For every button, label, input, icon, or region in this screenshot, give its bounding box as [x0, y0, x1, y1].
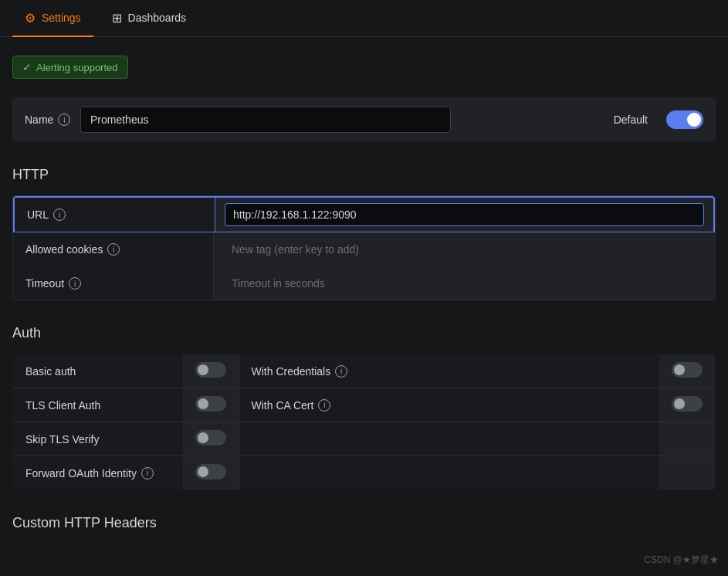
- http-section: HTTP URL i Allowed cookies i: [12, 167, 716, 300]
- with-ca-cert-label-cell: With CA Cert i: [239, 388, 659, 422]
- name-input[interactable]: [80, 107, 451, 133]
- auth-row-forward-oauth: Forward OAuth Identity i: [13, 456, 716, 490]
- skip-tls-label: Skip TLS Verify: [25, 433, 99, 446]
- http-section-header: HTTP: [12, 167, 716, 183]
- name-label-text: Name: [25, 114, 53, 126]
- basic-auth-label: Basic auth: [25, 365, 76, 378]
- forward-oauth-toggle[interactable]: [195, 464, 226, 479]
- cookies-input[interactable]: [223, 238, 706, 261]
- with-credentials-toggle-cell: [659, 354, 716, 388]
- forward-oauth-toggle-cell: [183, 456, 239, 490]
- cookies-input-cell: [214, 233, 715, 266]
- skip-tls-toggle[interactable]: [195, 430, 226, 446]
- settings-icon: ⚙: [25, 11, 36, 25]
- cookies-info-icon[interactable]: i: [107, 243, 120, 256]
- name-row: Name i Default: [12, 97, 716, 142]
- with-credentials-toggle-thumb: [674, 364, 685, 375]
- name-label: Name i: [25, 114, 71, 126]
- with-ca-cert-toggle[interactable]: [672, 396, 703, 412]
- watermark: CSDN @★梦星★: [644, 554, 719, 567]
- url-input[interactable]: [225, 203, 704, 226]
- with-credentials-toggle[interactable]: [672, 362, 703, 378]
- with-credentials-info-icon[interactable]: i: [335, 365, 347, 378]
- auth-row-tls-cacert: TLS Client Auth With CA Cert i: [13, 388, 716, 422]
- dashboards-tab-label: Dashboards: [128, 12, 187, 24]
- auth-row-basic-credentials: Basic auth With Credentials i: [13, 354, 716, 388]
- toggle-thumb: [687, 113, 701, 127]
- default-toggle[interactable]: [666, 110, 703, 129]
- forward-oauth-label: Forward OAuth Identity i: [25, 467, 171, 479]
- with-credentials-label: With Credentials i: [252, 365, 648, 378]
- forward-oauth-info-icon[interactable]: i: [141, 467, 154, 479]
- timeout-info-icon[interactable]: i: [69, 277, 81, 290]
- skip-tls-empty-cell: [239, 422, 659, 456]
- default-label: Default: [614, 114, 648, 126]
- forward-oauth-label-cell: Forward OAuth Identity i: [13, 456, 183, 490]
- dashboards-tab[interactable]: ⊞ Dashboards: [100, 0, 199, 37]
- tls-client-toggle-thumb: [198, 398, 208, 409]
- forward-oauth-empty-toggle-cell: [659, 456, 716, 490]
- tls-client-toggle[interactable]: [195, 396, 226, 412]
- name-info-icon[interactable]: i: [58, 114, 70, 126]
- basic-auth-toggle[interactable]: [195, 362, 226, 378]
- tls-client-label-cell: TLS Client Auth: [13, 388, 183, 422]
- top-nav: ⚙ Settings ⊞ Dashboards: [0, 0, 728, 37]
- auth-row-skip-tls: Skip TLS Verify: [13, 422, 716, 456]
- http-rows: URL i Allowed cookies i: [12, 195, 716, 300]
- timeout-input[interactable]: [223, 272, 706, 295]
- basic-auth-toggle-cell: [183, 354, 239, 388]
- url-label-cell: URL i: [15, 198, 215, 232]
- with-ca-cert-info-icon[interactable]: i: [318, 399, 330, 412]
- with-credentials-label-cell: With Credentials i: [239, 354, 659, 388]
- tls-client-toggle-cell: [183, 388, 239, 422]
- with-ca-cert-toggle-cell: [659, 388, 716, 422]
- check-icon: ✓: [22, 61, 32, 73]
- timeout-row: Timeout i: [13, 266, 715, 300]
- url-label: URL: [27, 208, 49, 221]
- timeout-input-cell: [214, 267, 715, 300]
- custom-http-headers-header: Custom HTTP Headers: [12, 515, 716, 531]
- cookies-label: Allowed cookies: [25, 243, 103, 256]
- basic-auth-label-cell: Basic auth: [13, 354, 183, 388]
- dashboards-icon: ⊞: [112, 11, 122, 25]
- cookies-row: Allowed cookies i: [13, 232, 715, 267]
- forward-oauth-toggle-thumb: [198, 466, 208, 477]
- skip-tls-toggle-thumb: [198, 432, 208, 443]
- with-ca-cert-label: With CA Cert i: [252, 399, 648, 412]
- url-row: URL i: [13, 196, 715, 233]
- skip-tls-toggle-cell: [183, 422, 239, 456]
- settings-tab[interactable]: ⚙ Settings: [12, 0, 93, 37]
- cookies-label-cell: Allowed cookies i: [13, 232, 214, 266]
- with-ca-cert-toggle-thumb: [674, 398, 685, 409]
- settings-tab-label: Settings: [42, 12, 81, 24]
- url-info-icon[interactable]: i: [53, 208, 66, 221]
- timeout-label-cell: Timeout i: [13, 266, 214, 300]
- alerting-badge: ✓ Alerting supported: [12, 56, 128, 79]
- auth-table: Basic auth With Credentials i: [12, 354, 716, 490]
- tls-client-label: TLS Client Auth: [25, 399, 100, 412]
- auth-section: Auth Basic auth With Credentials i: [12, 325, 716, 490]
- skip-tls-label-cell: Skip TLS Verify: [13, 422, 183, 456]
- url-input-cell: [215, 198, 713, 231]
- main-content: ✓ Alerting supported Name i Default HTTP…: [0, 37, 728, 562]
- timeout-label: Timeout: [25, 277, 64, 290]
- skip-tls-empty-toggle-cell: [659, 422, 716, 456]
- auth-section-header: Auth: [12, 325, 716, 341]
- forward-oauth-empty-cell: [239, 456, 659, 490]
- basic-auth-toggle-thumb: [198, 364, 208, 375]
- alerting-badge-label: Alerting supported: [36, 62, 118, 73]
